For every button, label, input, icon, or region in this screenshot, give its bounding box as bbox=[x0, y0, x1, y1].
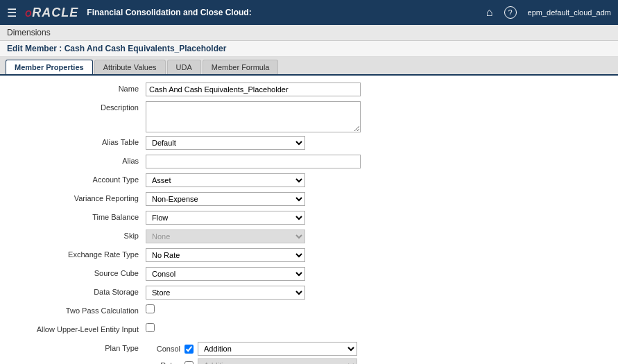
allow-upper-level-label: Allow Upper-Level Entity Input bbox=[14, 323, 146, 333]
consol-plan-select[interactable]: Addition bbox=[198, 342, 357, 356]
alias-label: Alias bbox=[14, 155, 146, 165]
oracle-logo: ORACLE bbox=[25, 6, 78, 20]
user-label: epm_default_cloud_adm bbox=[528, 8, 611, 17]
skip-select[interactable]: None bbox=[146, 229, 305, 243]
variance-reporting-row: Variance Reporting Non-Expense bbox=[14, 192, 604, 207]
alias-table-row: Alias Table Default bbox=[14, 136, 604, 151]
description-label: Description bbox=[14, 101, 146, 112]
consol-plan-label: Consol bbox=[146, 345, 180, 353]
home-icon[interactable]: ⌂ bbox=[486, 6, 493, 19]
account-type-row: Account Type Asset bbox=[14, 173, 604, 189]
two-pass-field bbox=[146, 304, 604, 313]
allow-upper-level-row: Allow Upper-Level Entity Input bbox=[14, 323, 604, 338]
form-content: Name Description Alias Table Default Ali… bbox=[0, 76, 618, 364]
tab-member-properties[interactable]: Member Properties bbox=[6, 60, 93, 74]
skip-row: Skip None bbox=[14, 229, 604, 245]
edit-member-title: Edit Member : Cash And Cash Equivalents_… bbox=[0, 41, 618, 57]
exchange-rate-type-label: Exchange Rate Type bbox=[14, 248, 146, 259]
account-type-select[interactable]: Asset bbox=[146, 173, 305, 187]
data-storage-field: Store bbox=[146, 286, 604, 300]
app-title: Financial Consolidation and Close Cloud: bbox=[87, 8, 478, 17]
alias-table-field: Default bbox=[146, 136, 604, 150]
tab-member-formula[interactable]: Member Formula bbox=[203, 60, 279, 74]
two-pass-label: Two Pass Calculation bbox=[14, 304, 146, 315]
header-icons: ⌂ ? epm_default_cloud_adm bbox=[486, 6, 611, 19]
alias-input[interactable] bbox=[146, 155, 361, 168]
two-pass-row: Two Pass Calculation bbox=[14, 304, 604, 320]
exchange-rate-type-field: No Rate bbox=[146, 248, 604, 262]
account-type-field: Asset bbox=[146, 173, 604, 187]
account-type-label: Account Type bbox=[14, 173, 146, 184]
variance-reporting-select[interactable]: Non-Expense bbox=[146, 192, 305, 206]
rates-plan-label: Rates bbox=[146, 361, 180, 364]
data-storage-select[interactable]: Store bbox=[146, 286, 305, 300]
app-header: ☰ ORACLE Financial Consolidation and Clo… bbox=[0, 0, 618, 25]
source-cube-field: Consol bbox=[146, 267, 604, 281]
help-icon[interactable]: ? bbox=[504, 6, 517, 19]
plan-type-row: Plan Type Consol Addition Rates Addition bbox=[14, 342, 604, 364]
skip-field: None bbox=[146, 229, 604, 243]
rates-plan-row: Rates Addition bbox=[146, 358, 357, 364]
exchange-rate-type-row: Exchange Rate Type No Rate bbox=[14, 248, 604, 263]
time-balance-label: Time Balance bbox=[14, 211, 146, 221]
data-storage-label: Data Storage bbox=[14, 286, 146, 296]
description-input[interactable] bbox=[146, 101, 361, 132]
consol-plan-row: Consol Addition bbox=[146, 342, 357, 356]
name-label: Name bbox=[14, 83, 146, 93]
plan-type-label: Plan Type bbox=[14, 342, 146, 352]
time-balance-field: Flow bbox=[146, 211, 604, 225]
breadcrumb: Dimensions bbox=[0, 25, 618, 41]
name-field bbox=[146, 83, 604, 96]
tab-uda[interactable]: UDA bbox=[167, 60, 201, 74]
allow-upper-level-field bbox=[146, 323, 604, 332]
data-storage-row: Data Storage Store bbox=[14, 286, 604, 301]
description-row: Description bbox=[14, 101, 604, 132]
variance-reporting-label: Variance Reporting bbox=[14, 192, 146, 202]
time-balance-row: Time Balance Flow bbox=[14, 211, 604, 226]
alias-field bbox=[146, 155, 604, 168]
time-balance-select[interactable]: Flow bbox=[146, 211, 305, 225]
source-cube-select[interactable]: Consol bbox=[146, 267, 305, 281]
name-input[interactable] bbox=[146, 83, 361, 96]
rates-plan-select[interactable]: Addition bbox=[198, 358, 357, 364]
tab-attribute-values[interactable]: Attribute Values bbox=[94, 60, 166, 74]
skip-label: Skip bbox=[14, 229, 146, 240]
description-field bbox=[146, 101, 604, 132]
menu-icon[interactable]: ☰ bbox=[7, 6, 17, 19]
variance-reporting-field: Non-Expense bbox=[146, 192, 604, 206]
plan-type-field: Consol Addition Rates Addition bbox=[146, 342, 604, 364]
source-cube-row: Source Cube Consol bbox=[14, 267, 604, 282]
consol-plan-checkbox[interactable] bbox=[184, 345, 194, 354]
tab-bar: Member Properties Attribute Values UDA M… bbox=[0, 57, 618, 76]
rates-plan-checkbox[interactable] bbox=[184, 361, 194, 365]
allow-upper-level-checkbox[interactable] bbox=[146, 323, 155, 332]
alias-table-select[interactable]: Default bbox=[146, 136, 305, 150]
two-pass-checkbox[interactable] bbox=[146, 304, 155, 313]
exchange-rate-type-select[interactable]: No Rate bbox=[146, 248, 305, 262]
name-row: Name bbox=[14, 83, 604, 98]
alias-table-label: Alias Table bbox=[14, 136, 146, 146]
alias-row: Alias bbox=[14, 155, 604, 170]
source-cube-label: Source Cube bbox=[14, 267, 146, 277]
